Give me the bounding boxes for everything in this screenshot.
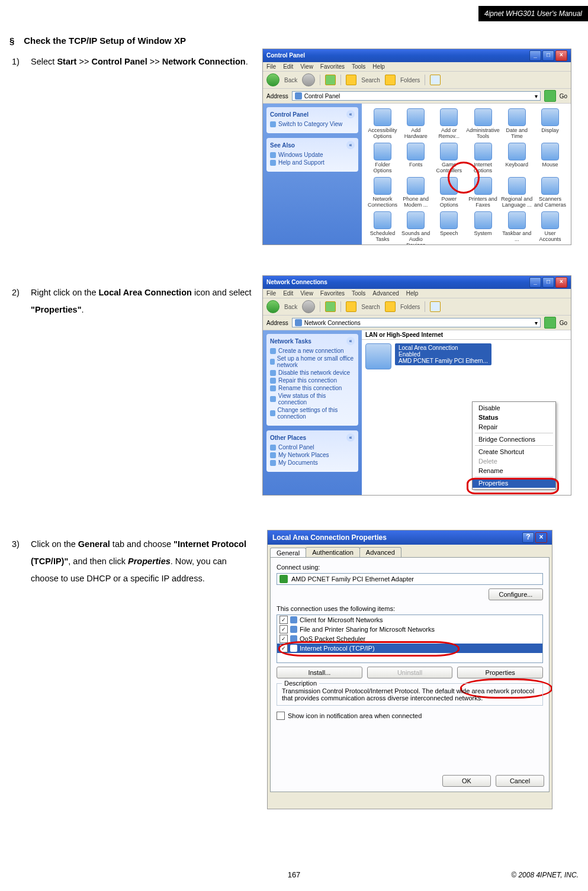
menu-edit[interactable]: Edit	[283, 290, 293, 297]
control-panel-item[interactable]: User Accounts	[534, 211, 566, 245]
close-icon[interactable]: ×	[535, 532, 547, 543]
list-item[interactable]: ✓Client for Microsoft Networks	[277, 615, 542, 625]
search-icon[interactable]	[346, 75, 356, 85]
install-button[interactable]: Install...	[277, 667, 362, 678]
forward-icon[interactable]	[302, 73, 315, 86]
search-icon[interactable]	[346, 301, 356, 312]
menu-file[interactable]: File	[266, 290, 276, 297]
go-icon[interactable]	[544, 90, 556, 102]
ok-button[interactable]: OK	[442, 775, 491, 787]
checkbox-icon[interactable]: ✓	[279, 644, 288, 652]
go-label[interactable]: Go	[560, 320, 567, 326]
menu-favorites[interactable]: Favorites	[320, 63, 345, 70]
chevron-down-icon[interactable]: ▾	[535, 320, 538, 326]
go-icon[interactable]	[544, 317, 556, 329]
control-panel-item[interactable]: Administrative Tools	[466, 108, 500, 139]
menu-help[interactable]: Help	[406, 290, 419, 297]
control-panel-item[interactable]: Scheduled Tasks	[367, 211, 399, 245]
collapse-icon[interactable]: «	[346, 433, 355, 442]
control-panel-item[interactable]: Phone and Modem ...	[400, 177, 432, 208]
list-item[interactable]: ✓QoS Packet Scheduler	[277, 634, 542, 644]
cancel-button[interactable]: Cancel	[496, 775, 544, 787]
menu-file[interactable]: File	[266, 63, 276, 70]
tab-general[interactable]: General	[270, 548, 306, 558]
properties-button[interactable]: Properties	[457, 667, 543, 678]
task-link[interactable]: Disable this network device	[270, 369, 355, 376]
control-panel-item[interactable]: Regional and Language ...	[501, 177, 533, 208]
collapse-icon[interactable]: «	[346, 337, 355, 345]
ctx-shortcut[interactable]: Create Shortcut	[473, 447, 555, 456]
task-link[interactable]: Create a new connection	[270, 348, 355, 354]
minimize-icon[interactable]: _	[529, 277, 541, 288]
task-link[interactable]: Set up a home or small office network	[270, 355, 355, 368]
control-panel-item[interactable]: Fonts	[400, 143, 432, 173]
menu-tools[interactable]: Tools	[352, 290, 365, 297]
control-panel-item[interactable]: Keyboard	[501, 143, 533, 173]
control-panel-item[interactable]: Speech	[433, 211, 465, 245]
folders-label[interactable]: Folders	[400, 77, 420, 83]
task-link[interactable]: Rename this connection	[270, 385, 355, 391]
ctx-disable[interactable]: Disable	[473, 403, 555, 413]
components-list[interactable]: ✓Client for Microsoft Networks ✓File and…	[277, 615, 543, 663]
checkbox-icon[interactable]: ✓	[279, 625, 288, 633]
control-panel-item[interactable]: Printers and Faxes	[466, 177, 500, 208]
place-link[interactable]: My Network Places	[270, 452, 355, 458]
tab-authentication[interactable]: Authentication	[306, 547, 360, 557]
control-panel-item[interactable]: Date and Time	[501, 108, 533, 139]
ctx-bridge[interactable]: Bridge Connections	[473, 435, 555, 444]
close-icon[interactable]: ×	[555, 277, 567, 288]
folders-icon[interactable]	[385, 301, 396, 312]
list-item-tcpip[interactable]: ✓Internet Protocol (TCP/IP)	[277, 644, 542, 653]
views-icon[interactable]	[430, 75, 441, 85]
place-link[interactable]: Control Panel	[270, 444, 355, 451]
task-link[interactable]: Repair this connection	[270, 377, 355, 384]
control-panel-item[interactable]: Game Controllers	[433, 143, 465, 173]
list-item[interactable]: ✓File and Printer Sharing for Microsoft …	[277, 625, 542, 634]
windows-update-link[interactable]: Windows Update	[270, 152, 355, 158]
back-label[interactable]: Back	[284, 304, 297, 310]
up-icon[interactable]	[325, 75, 336, 85]
control-panel-item[interactable]: Taskbar and ...	[501, 211, 533, 245]
checkbox-icon[interactable]: ✓	[279, 616, 288, 624]
menu-advanced[interactable]: Advanced	[372, 290, 399, 297]
menu-edit[interactable]: Edit	[283, 63, 293, 70]
back-label[interactable]: Back	[284, 77, 297, 83]
ctx-rename[interactable]: Rename	[473, 466, 555, 475]
lan-item[interactable]: Local Area Connection Enabled AMD PCNET …	[362, 340, 571, 373]
control-panel-item[interactable]: Add or Remov...	[433, 108, 465, 139]
search-label[interactable]: Search	[361, 304, 380, 310]
help-support-link[interactable]: Help and Support	[270, 159, 355, 166]
tab-advanced[interactable]: Advanced	[359, 547, 401, 557]
menu-view[interactable]: View	[300, 290, 313, 297]
up-icon[interactable]	[325, 301, 336, 312]
forward-icon[interactable]	[302, 300, 315, 313]
address-field[interactable]: Network Connections ▾	[292, 318, 541, 327]
address-field[interactable]: Control Panel ▾	[292, 91, 541, 101]
switch-category-link[interactable]: Switch to Category View	[270, 121, 355, 127]
control-panel-item[interactable]: Internet Options	[466, 143, 500, 173]
control-panel-item[interactable]: Scanners and Cameras	[534, 177, 566, 208]
back-icon[interactable]	[266, 300, 279, 313]
help-icon[interactable]: ?	[522, 532, 534, 543]
back-icon[interactable]	[266, 73, 279, 86]
collapse-icon[interactable]: «	[346, 110, 355, 118]
control-panel-item[interactable]: Display	[534, 108, 566, 139]
chevron-down-icon[interactable]: ▾	[535, 93, 538, 99]
search-label[interactable]: Search	[361, 77, 380, 83]
folders-label[interactable]: Folders	[400, 304, 420, 310]
control-panel-item[interactable]: Power Options	[433, 177, 465, 208]
control-panel-item[interactable]: Accessibility Options	[367, 108, 399, 139]
close-icon[interactable]: ×	[555, 50, 567, 61]
minimize-icon[interactable]: _	[529, 50, 541, 61]
place-link[interactable]: My Documents	[270, 459, 355, 466]
configure-button[interactable]: Configure...	[489, 588, 543, 600]
menu-tools[interactable]: Tools	[352, 63, 365, 70]
show-icon-row[interactable]: Show icon in notification area when conn…	[277, 712, 543, 720]
control-panel-item[interactable]: Mouse	[534, 143, 566, 173]
views-icon[interactable]	[430, 301, 441, 312]
ctx-repair[interactable]: Repair	[473, 422, 555, 432]
go-label[interactable]: Go	[560, 93, 567, 99]
control-panel-item[interactable]: Add Hardware	[400, 108, 432, 139]
control-panel-item[interactable]: Sounds and Audio Devices	[400, 211, 432, 245]
checkbox-icon[interactable]	[277, 712, 285, 720]
